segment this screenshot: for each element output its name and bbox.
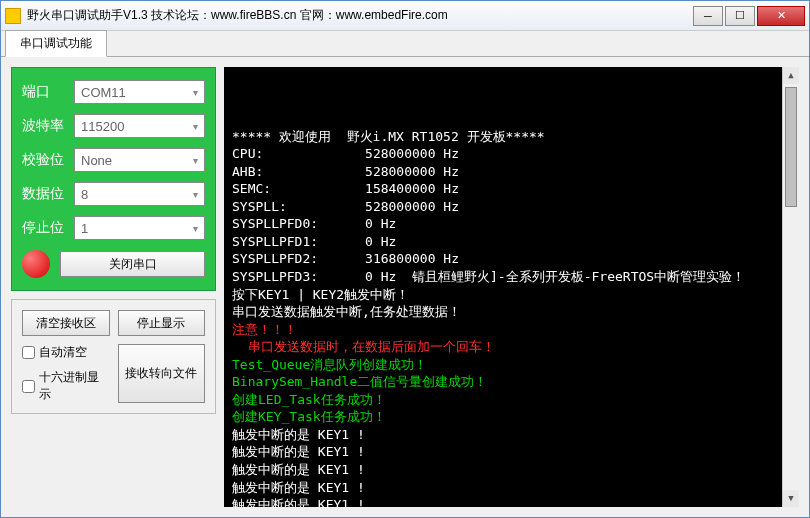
hex-display-input[interactable] <box>22 380 35 393</box>
parity-select[interactable]: None <box>74 148 205 172</box>
baud-select[interactable]: 115200 <box>74 114 205 138</box>
content: 端口 COM11 波特率 115200 校验位 None 数据位 8 停止位 <box>1 57 809 517</box>
app-window: 野火串口调试助手V1.3 技术论坛：www.fireBBS.cn 官网：www.… <box>0 0 810 518</box>
titlebar: 野火串口调试助手V1.3 技术论坛：www.fireBBS.cn 官网：www.… <box>1 1 809 31</box>
status-led-icon <box>22 250 50 278</box>
hex-display-label: 十六进制显示 <box>39 369 110 403</box>
port-select[interactable]: COM11 <box>74 80 205 104</box>
terminal-scrollbar[interactable]: ▲ ▼ <box>782 67 799 507</box>
rx-to-file-button[interactable]: 接收转向文件 <box>118 344 206 403</box>
left-column: 端口 COM11 波特率 115200 校验位 None 数据位 8 停止位 <box>11 67 216 507</box>
baud-label: 波特率 <box>22 117 74 135</box>
port-label: 端口 <box>22 83 74 101</box>
app-icon <box>5 8 21 24</box>
databits-label: 数据位 <box>22 185 74 203</box>
terminal-output: ***** 欢迎使用 野火i.MX RT1052 开发板***** CPU: 5… <box>224 67 799 507</box>
tab-serial-debug[interactable]: 串口调试功能 <box>5 30 107 57</box>
clear-rx-button[interactable]: 清空接收区 <box>22 310 110 336</box>
auto-clear-checkbox[interactable]: 自动清空 <box>22 344 110 361</box>
parity-label: 校验位 <box>22 151 74 169</box>
scroll-up-icon[interactable]: ▲ <box>783 67 799 84</box>
maximize-button[interactable]: ☐ <box>725 6 755 26</box>
databits-select[interactable]: 8 <box>74 182 205 206</box>
hex-display-checkbox[interactable]: 十六进制显示 <box>22 369 110 403</box>
close-button[interactable]: ✕ <box>757 6 805 26</box>
close-port-button[interactable]: 关闭串口 <box>60 251 205 277</box>
tabbar: 串口调试功能 <box>1 31 809 57</box>
auto-clear-label: 自动清空 <box>39 344 87 361</box>
pause-display-button[interactable]: 停止显示 <box>118 310 206 336</box>
window-title: 野火串口调试助手V1.3 技术论坛：www.fireBBS.cn 官网：www.… <box>27 7 448 24</box>
auto-clear-input[interactable] <box>22 346 35 359</box>
scroll-thumb[interactable] <box>785 87 797 207</box>
scroll-down-icon[interactable]: ▼ <box>783 490 799 507</box>
window-controls: ─ ☐ ✕ <box>693 6 805 26</box>
stopbits-select[interactable]: 1 <box>74 216 205 240</box>
stopbits-label: 停止位 <box>22 219 74 237</box>
terminal-text: ***** 欢迎使用 野火i.MX RT1052 开发板***** CPU: 5… <box>232 110 791 507</box>
serial-settings-panel: 端口 COM11 波特率 115200 校验位 None 数据位 8 停止位 <box>11 67 216 291</box>
receive-panel: 清空接收区 停止显示 自动清空 接收转向文件 十六进制显示 <box>11 299 216 414</box>
minimize-button[interactable]: ─ <box>693 6 723 26</box>
